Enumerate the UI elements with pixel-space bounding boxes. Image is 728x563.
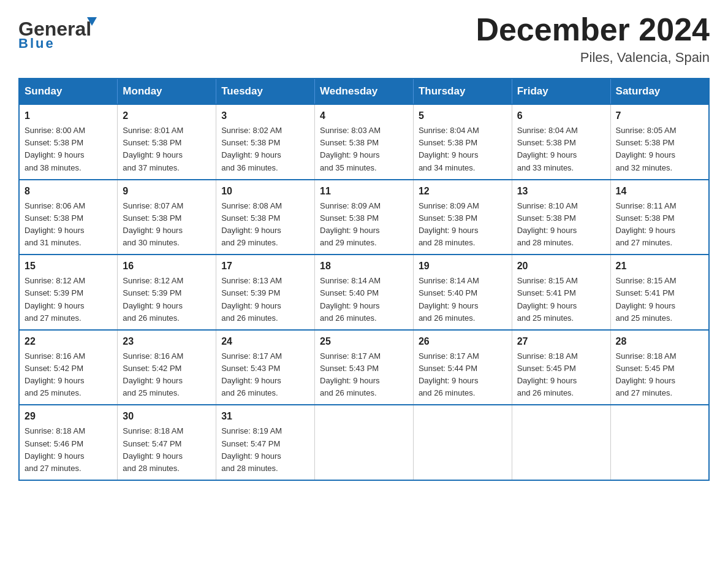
day-info: Sunrise: 8:15 AMSunset: 5:41 PMDaylight:… [517,275,605,324]
table-row: 26Sunrise: 8:17 AMSunset: 5:44 PMDayligh… [413,330,512,405]
day-number: 1 [25,109,112,123]
page-header: General Blue December 2024 Piles, Valenc… [18,12,710,66]
day-info: Sunrise: 8:18 AMSunset: 5:46 PMDaylight:… [25,425,112,475]
day-info: Sunrise: 8:17 AMSunset: 5:43 PMDaylight:… [320,350,408,400]
table-row: 30Sunrise: 8:18 AMSunset: 5:47 PMDayligh… [118,405,216,480]
day-info: Sunrise: 8:02 AMSunset: 5:38 PMDaylight:… [221,124,309,174]
table-row: 14Sunrise: 8:11 AMSunset: 5:38 PMDayligh… [610,180,709,255]
day-info: Sunrise: 8:12 AMSunset: 5:39 PMDaylight:… [123,275,211,324]
day-info: Sunrise: 8:16 AMSunset: 5:42 PMDaylight:… [25,350,112,400]
day-info: Sunrise: 8:18 AMSunset: 5:45 PMDaylight:… [517,350,605,400]
table-row: 1Sunrise: 8:00 AMSunset: 5:38 PMDaylight… [19,104,118,180]
day-number: 19 [419,259,507,274]
day-info: Sunrise: 8:18 AMSunset: 5:47 PMDaylight:… [123,425,211,475]
day-info: Sunrise: 8:06 AMSunset: 5:38 PMDaylight:… [25,200,112,250]
table-row [315,405,414,480]
logo-image: General Blue [18,12,98,49]
table-row: 28Sunrise: 8:18 AMSunset: 5:45 PMDayligh… [610,330,709,405]
day-number: 14 [616,184,703,199]
day-info: Sunrise: 8:18 AMSunset: 5:45 PMDaylight:… [616,350,703,400]
day-number: 17 [221,259,309,274]
calendar-week-row: 1Sunrise: 8:00 AMSunset: 5:38 PMDaylight… [19,104,709,180]
day-number: 6 [517,109,605,123]
day-number: 30 [123,409,211,424]
table-row: 2Sunrise: 8:01 AMSunset: 5:38 PMDaylight… [118,104,216,180]
day-info: Sunrise: 8:17 AMSunset: 5:44 PMDaylight:… [419,350,507,400]
table-row: 20Sunrise: 8:15 AMSunset: 5:41 PMDayligh… [512,255,610,330]
table-row [610,405,709,480]
table-row: 13Sunrise: 8:10 AMSunset: 5:38 PMDayligh… [512,180,610,255]
day-info: Sunrise: 8:14 AMSunset: 5:40 PMDaylight:… [320,275,408,324]
day-number: 31 [221,409,309,424]
header-saturday: Saturday [610,79,709,104]
calendar-week-row: 8Sunrise: 8:06 AMSunset: 5:38 PMDaylight… [19,180,709,255]
table-row: 11Sunrise: 8:09 AMSunset: 5:38 PMDayligh… [315,180,414,255]
svg-text:Blue: Blue [18,36,55,49]
day-number: 2 [123,109,211,123]
month-title: December 2024 [476,12,710,47]
day-info: Sunrise: 8:14 AMSunset: 5:40 PMDaylight:… [419,275,507,324]
table-row: 24Sunrise: 8:17 AMSunset: 5:43 PMDayligh… [216,330,315,405]
day-info: Sunrise: 8:09 AMSunset: 5:38 PMDaylight:… [320,200,408,250]
day-number: 18 [320,259,408,274]
table-row: 17Sunrise: 8:13 AMSunset: 5:39 PMDayligh… [216,255,315,330]
day-info: Sunrise: 8:08 AMSunset: 5:38 PMDaylight:… [221,200,309,250]
table-row: 6Sunrise: 8:04 AMSunset: 5:38 PMDaylight… [512,104,610,180]
table-row: 23Sunrise: 8:16 AMSunset: 5:42 PMDayligh… [118,330,216,405]
table-row: 10Sunrise: 8:08 AMSunset: 5:38 PMDayligh… [216,180,315,255]
day-info: Sunrise: 8:11 AMSunset: 5:38 PMDaylight:… [616,200,703,250]
day-info: Sunrise: 8:01 AMSunset: 5:38 PMDaylight:… [123,124,211,174]
day-number: 16 [123,259,211,274]
calendar-week-row: 22Sunrise: 8:16 AMSunset: 5:42 PMDayligh… [19,330,709,405]
header-thursday: Thursday [413,79,512,104]
day-info: Sunrise: 8:03 AMSunset: 5:38 PMDaylight:… [320,124,408,174]
table-row: 3Sunrise: 8:02 AMSunset: 5:38 PMDaylight… [216,104,315,180]
table-row: 22Sunrise: 8:16 AMSunset: 5:42 PMDayligh… [19,330,118,405]
table-row: 27Sunrise: 8:18 AMSunset: 5:45 PMDayligh… [512,330,610,405]
header-sunday: Sunday [19,79,118,104]
table-row: 31Sunrise: 8:19 AMSunset: 5:47 PMDayligh… [216,405,315,480]
day-number: 12 [419,184,507,199]
day-number: 11 [320,184,408,199]
day-number: 9 [123,184,211,199]
day-info: Sunrise: 8:00 AMSunset: 5:38 PMDaylight:… [25,124,112,174]
day-number: 5 [419,109,507,123]
location: Piles, Valencia, Spain [476,50,710,66]
day-number: 21 [616,259,703,274]
day-info: Sunrise: 8:04 AMSunset: 5:38 PMDaylight:… [419,124,507,174]
day-info: Sunrise: 8:04 AMSunset: 5:38 PMDaylight:… [517,124,605,174]
day-info: Sunrise: 8:13 AMSunset: 5:39 PMDaylight:… [221,275,309,324]
day-info: Sunrise: 8:15 AMSunset: 5:41 PMDaylight:… [616,275,703,324]
day-number: 26 [419,334,507,349]
table-row [413,405,512,480]
table-row: 15Sunrise: 8:12 AMSunset: 5:39 PMDayligh… [19,255,118,330]
table-row: 21Sunrise: 8:15 AMSunset: 5:41 PMDayligh… [610,255,709,330]
day-info: Sunrise: 8:12 AMSunset: 5:39 PMDaylight:… [25,275,112,324]
table-row: 8Sunrise: 8:06 AMSunset: 5:38 PMDaylight… [19,180,118,255]
day-info: Sunrise: 8:05 AMSunset: 5:38 PMDaylight:… [616,124,703,174]
day-info: Sunrise: 8:09 AMSunset: 5:38 PMDaylight:… [419,200,507,250]
calendar-table: Sunday Monday Tuesday Wednesday Thursday… [18,78,710,481]
day-number: 15 [25,259,112,274]
day-number: 25 [320,334,408,349]
header-tuesday: Tuesday [216,79,315,104]
day-number: 29 [25,409,112,424]
day-info: Sunrise: 8:10 AMSunset: 5:38 PMDaylight:… [517,200,605,250]
day-info: Sunrise: 8:07 AMSunset: 5:38 PMDaylight:… [123,200,211,250]
header-wednesday: Wednesday [315,79,414,104]
day-number: 28 [616,334,703,349]
day-info: Sunrise: 8:19 AMSunset: 5:47 PMDaylight:… [221,425,309,475]
day-number: 13 [517,184,605,199]
title-block: December 2024 Piles, Valencia, Spain [476,12,710,66]
table-row: 7Sunrise: 8:05 AMSunset: 5:38 PMDaylight… [610,104,709,180]
day-number: 22 [25,334,112,349]
day-number: 10 [221,184,309,199]
table-row: 9Sunrise: 8:07 AMSunset: 5:38 PMDaylight… [118,180,216,255]
weekday-header-row: Sunday Monday Tuesday Wednesday Thursday… [19,79,709,104]
day-number: 24 [221,334,309,349]
day-info: Sunrise: 8:16 AMSunset: 5:42 PMDaylight:… [123,350,211,400]
table-row: 12Sunrise: 8:09 AMSunset: 5:38 PMDayligh… [413,180,512,255]
table-row: 18Sunrise: 8:14 AMSunset: 5:40 PMDayligh… [315,255,414,330]
day-number: 3 [221,109,309,123]
header-friday: Friday [512,79,610,104]
